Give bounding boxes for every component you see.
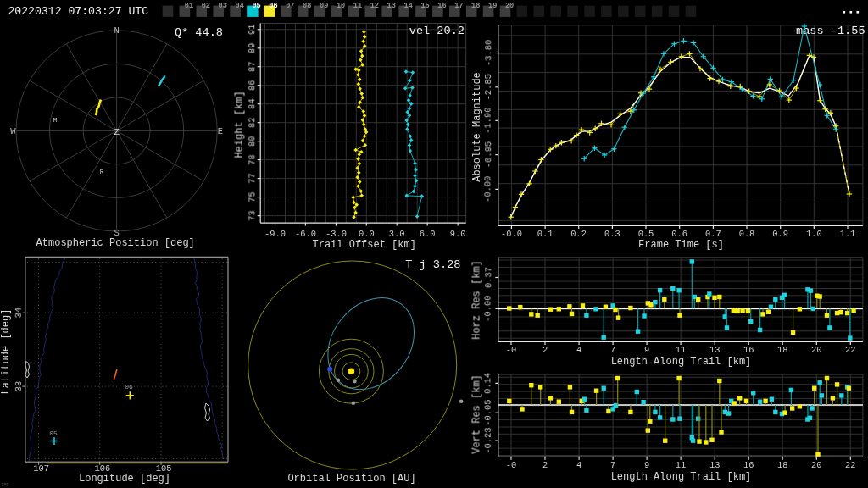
svg-text:77: 77 bbox=[247, 173, 257, 183]
svg-text:-3.80: -3.80 bbox=[483, 40, 493, 66]
svg-text:-0.95: -0.95 bbox=[483, 141, 493, 168]
svg-text:7: 7 bbox=[610, 460, 615, 470]
svg-text:T_j 3.28: T_j 3.28 bbox=[405, 258, 460, 271]
svg-text:2: 2 bbox=[542, 460, 548, 470]
svg-text:-106: -106 bbox=[89, 463, 110, 474]
svg-text:80: 80 bbox=[247, 136, 257, 146]
svg-text:Length Along Trail [km]: Length Along Trail [km] bbox=[611, 471, 752, 483]
svg-text:18: 18 bbox=[777, 345, 787, 355]
svg-text:01: 01 bbox=[185, 2, 193, 10]
svg-text:89: 89 bbox=[247, 43, 257, 53]
svg-text:12: 12 bbox=[370, 2, 379, 10]
svg-text:-0.00: -0.00 bbox=[483, 176, 493, 202]
svg-text:Height [km]: Height [km] bbox=[234, 91, 246, 158]
svg-text:-107: -107 bbox=[28, 463, 49, 474]
svg-text:-105: -105 bbox=[151, 463, 172, 474]
svg-text:-1.90: -1.90 bbox=[483, 108, 493, 134]
svg-text:91: 91 bbox=[247, 25, 257, 35]
svg-text:15: 15 bbox=[420, 2, 429, 10]
svg-text:05: 05 bbox=[49, 430, 58, 437]
svg-text:7: 7 bbox=[610, 345, 615, 355]
svg-text:-9.0: -9.0 bbox=[264, 229, 286, 239]
svg-text:22: 22 bbox=[845, 460, 855, 470]
svg-text:1.0: 1.0 bbox=[806, 229, 822, 239]
svg-text:Horz Res [km]: Horz Res [km] bbox=[471, 260, 483, 340]
svg-text:R: R bbox=[100, 169, 104, 175]
svg-text:S: S bbox=[114, 228, 119, 238]
svg-text:Trail Offset [km]: Trail Offset [km] bbox=[312, 239, 415, 251]
svg-text:10: 10 bbox=[337, 2, 345, 10]
svg-text:M: M bbox=[53, 117, 58, 124]
svg-text:06: 06 bbox=[125, 383, 133, 391]
svg-text:17: 17 bbox=[454, 2, 463, 10]
svg-text:14: 14 bbox=[404, 2, 413, 10]
svg-text:73: 73 bbox=[247, 210, 257, 220]
svg-text:Q* 44.8: Q* 44.8 bbox=[175, 26, 223, 39]
svg-text:4: 4 bbox=[576, 460, 581, 470]
svg-text:03: 03 bbox=[219, 2, 227, 10]
svg-text:-0.0: -0.0 bbox=[501, 229, 522, 239]
svg-text:2: 2 bbox=[542, 345, 548, 355]
svg-text:18: 18 bbox=[777, 460, 787, 470]
svg-text:16: 16 bbox=[743, 345, 754, 355]
svg-text:13: 13 bbox=[387, 2, 396, 10]
svg-text:3.0: 3.0 bbox=[389, 229, 405, 239]
svg-text:16: 16 bbox=[743, 460, 754, 470]
svg-text:08: 08 bbox=[303, 2, 311, 10]
svg-text:-0.00: -0.00 bbox=[483, 296, 493, 322]
svg-text:13: 13 bbox=[709, 460, 720, 470]
svg-text:0.6: 0.6 bbox=[671, 229, 687, 239]
svg-text:11: 11 bbox=[676, 345, 686, 355]
svg-text:0.3: 0.3 bbox=[604, 229, 620, 239]
svg-text:11: 11 bbox=[676, 460, 686, 470]
svg-text:9: 9 bbox=[644, 345, 649, 355]
svg-text:20220312 07:03:27 UTC: 20220312 07:03:27 UTC bbox=[8, 5, 148, 18]
svg-text:20: 20 bbox=[811, 460, 821, 470]
svg-text:Atmospheric Position [deg]: Atmospheric Position [deg] bbox=[36, 237, 195, 249]
svg-text:0.8: 0.8 bbox=[739, 229, 755, 239]
svg-text:0.2: 0.2 bbox=[570, 229, 587, 239]
svg-text:-2.85: -2.85 bbox=[483, 74, 493, 100]
svg-text:N: N bbox=[114, 25, 119, 36]
svg-text:GMT: GMT bbox=[2, 483, 9, 488]
svg-text:02: 02 bbox=[202, 2, 210, 10]
svg-text:W: W bbox=[10, 126, 16, 136]
svg-text:20: 20 bbox=[811, 345, 821, 355]
svg-text:07: 07 bbox=[286, 2, 294, 10]
svg-text:75: 75 bbox=[247, 191, 257, 202]
svg-text:82: 82 bbox=[247, 117, 257, 127]
svg-text:19: 19 bbox=[488, 2, 497, 10]
svg-text:-0: -0 bbox=[506, 460, 516, 470]
svg-text:0.5: 0.5 bbox=[638, 229, 654, 239]
svg-text:1.1: 1.1 bbox=[840, 229, 856, 239]
svg-text:Latitude [deg]: Latitude [deg] bbox=[0, 309, 12, 395]
svg-text:22: 22 bbox=[845, 345, 855, 355]
svg-text:9.0: 9.0 bbox=[450, 229, 466, 239]
svg-text:4: 4 bbox=[576, 345, 581, 355]
svg-text:-0: -0 bbox=[506, 345, 516, 355]
svg-text:Z: Z bbox=[114, 127, 119, 137]
svg-text:-0.23: -0.23 bbox=[483, 428, 493, 454]
svg-text:87: 87 bbox=[247, 61, 257, 71]
svg-text:0.14: 0.14 bbox=[483, 373, 493, 394]
svg-text:6.0: 6.0 bbox=[420, 229, 436, 239]
svg-text:06: 06 bbox=[269, 2, 277, 10]
svg-text:Orbital Position [AU]: Orbital Position [AU] bbox=[287, 473, 415, 485]
svg-text:0.9: 0.9 bbox=[772, 229, 788, 239]
svg-text:9: 9 bbox=[644, 460, 649, 470]
svg-text:11: 11 bbox=[353, 2, 362, 10]
svg-text:Length Along Trail [km]: Length Along Trail [km] bbox=[611, 356, 752, 368]
svg-text:84: 84 bbox=[247, 98, 257, 108]
svg-text:0.37: 0.37 bbox=[483, 267, 493, 288]
svg-text:vel 20.2: vel 20.2 bbox=[409, 25, 465, 37]
svg-text:86: 86 bbox=[247, 80, 257, 90]
svg-text:34: 34 bbox=[14, 308, 24, 318]
svg-text:78: 78 bbox=[247, 154, 257, 164]
svg-text:Longitude [deg]: Longitude [deg] bbox=[79, 473, 170, 485]
svg-text:13: 13 bbox=[709, 345, 720, 355]
svg-text:-0.05: -0.05 bbox=[483, 400, 493, 426]
svg-text:05: 05 bbox=[252, 2, 260, 10]
svg-text:0.1: 0.1 bbox=[537, 229, 554, 239]
svg-text:0.0: 0.0 bbox=[359, 229, 375, 239]
svg-text:E: E bbox=[218, 126, 223, 136]
